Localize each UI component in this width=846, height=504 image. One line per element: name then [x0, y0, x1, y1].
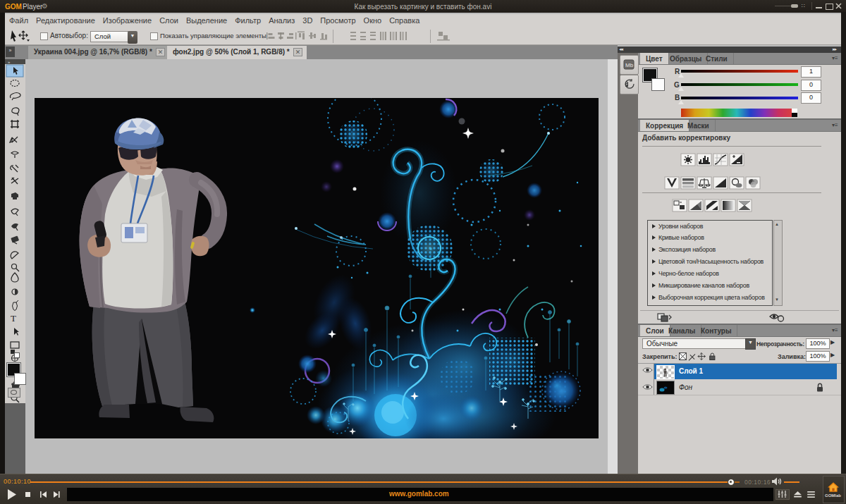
svg-text:Mb: Mb: [625, 62, 634, 68]
svg-text:T: T: [11, 313, 16, 324]
